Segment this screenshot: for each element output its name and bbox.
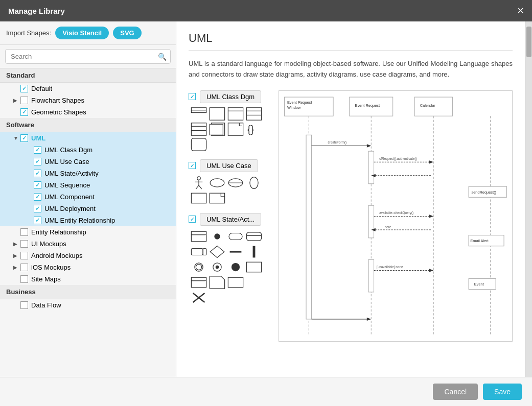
shape-state-15 [227,276,244,289]
checkbox-default[interactable] [20,85,28,92]
checkbox-geometric[interactable] [20,108,28,116]
svg-rect-25 [210,193,224,203]
tree-item-dataflow[interactable]: Data Flow [0,299,176,311]
checkbox-er[interactable] [20,228,28,236]
uml-class-shapes-grid: {} [191,107,270,151]
arrow-uml: ▼ [13,135,20,141]
scrollbar-thumb[interactable] [526,27,531,57]
svg-rect-3 [228,107,243,120]
svg-rect-43 [191,277,206,288]
shapes-column: UML Class Dgm [189,90,270,342]
state-row-1 [191,230,270,243]
arrow-ui-mockups: ▶ [13,241,20,247]
tree-item-ios[interactable]: ▶ iOS Mockups [0,261,176,273]
right-scrollbar[interactable] [525,21,532,377]
svg-text:[unavailable] none: [unavailable] none [377,265,403,269]
import-visio-button[interactable]: Visio Stencil [55,27,109,39]
svg-text:sendRequest(): sendRequest() [471,189,496,194]
search-input[interactable] [5,49,171,64]
checkbox-ui-mockups[interactable] [20,240,28,248]
shape-class-4 [246,107,262,121]
svg-rect-62 [368,205,374,238]
uml-class-section-title: UML Class Dgm [200,90,261,103]
shape-actor [191,176,207,189]
shape-use-case-5 [191,192,207,205]
checkbox-flowchart[interactable] [20,97,28,104]
checkbox-dataflow[interactable] [20,301,28,309]
uml-use-case-section-checkbox[interactable] [189,162,196,169]
svg-rect-5 [246,107,261,120]
content-divider [189,50,513,51]
svg-text:here: here [385,225,391,228]
tree-item-default[interactable]: Default [0,83,176,94]
checkbox-uml[interactable] [20,134,28,142]
shape-class-9 [191,138,207,151]
save-button[interactable]: Save [483,384,522,400]
svg-text:available=checkQuery(): available=checkQuery() [379,211,413,215]
label-dataflow: Data Flow [31,301,61,309]
close-button[interactable]: × [517,5,524,16]
tree-item-uml-state[interactable]: UML State/Activity [0,168,176,179]
tree-item-ui-mockups[interactable]: ▶ UI Mockups [0,238,176,250]
checkbox-uml-class[interactable] [34,146,41,154]
uml-state-section-checkbox[interactable] [189,216,196,223]
checkbox-uml-seq[interactable] [34,181,41,189]
shape-class-5 [191,123,207,136]
import-label: Import Shapes: [6,29,51,37]
svg-text:{}: {} [247,123,255,134]
uml-use-case-section-title: UML Use Case [200,159,258,172]
label-uml-deploy: UML Deployment [44,205,96,212]
tree-area: Standard Default ▶ Flowchart Shapes Geom… [0,68,176,377]
checkbox-sitemaps[interactable] [20,275,28,283]
svg-point-28 [214,233,220,239]
checkbox-uml-deploy[interactable] [34,205,41,212]
label-uml-state: UML State/Activity [44,170,99,177]
tree-item-android[interactable]: ▶ Android Mockups [0,250,176,261]
checkbox-android[interactable] [20,252,28,259]
tree-item-sitemaps[interactable]: Site Maps [0,273,176,285]
tree-item-uml-deploy[interactable]: UML Deployment [0,203,176,214]
tree-item-uml[interactable]: ▼ UML [0,132,176,144]
import-svg-button[interactable]: SVG [113,27,141,39]
checkbox-ios[interactable] [20,264,28,271]
uml-class-section: UML Class Dgm [189,90,270,151]
tree-item-er[interactable]: Entity Relationship [0,226,176,238]
svg-line-18 [196,185,199,188]
shape-class-8: {} [246,123,262,136]
shape-state-12 [246,260,262,274]
svg-line-19 [199,185,202,188]
svg-point-20 [210,178,224,186]
checkbox-uml-er[interactable] [34,217,41,224]
shape-state-8 [246,245,262,258]
modal-footer: Cancel Save [0,377,532,406]
shape-state-13 [191,276,207,289]
tree-item-geometric[interactable]: Geometric Shapes [0,106,176,118]
svg-rect-36 [253,246,256,257]
uml-state-section: UML State/Act... [189,213,270,304]
uml-class-section-header: UML Class Dgm [189,90,270,103]
uml-class-section-checkbox[interactable] [189,93,196,100]
svg-rect-61 [368,151,374,184]
checkbox-uml-use[interactable] [34,158,41,165]
tree-item-uml-use[interactable]: UML Use Case [0,156,176,168]
tree-item-flowchart[interactable]: ▶ Flowchart Shapes [0,94,176,106]
shape-state-10 [209,260,225,274]
shape-use-case-4 [246,176,262,189]
svg-point-41 [232,262,240,271]
tree-item-uml-class[interactable]: UML Class Dgm [0,144,176,156]
label-default: Default [31,85,52,92]
shape-ellipse [209,176,225,189]
shape-class-3 [227,107,244,121]
svg-rect-45 [228,277,243,288]
checkbox-uml-comp[interactable] [34,193,41,201]
arrow-ios: ▶ [13,265,20,270]
tree-item-uml-er[interactable]: UML Entity Relationship [0,214,176,226]
cancel-button[interactable]: Cancel [433,384,478,400]
content-description: UML is a standard language for modeling … [189,59,513,80]
tree-item-uml-comp[interactable]: UML Component [0,191,176,203]
tree-item-uml-seq[interactable]: UML Sequence [0,179,176,191]
svg-rect-29 [229,233,242,240]
label-uml-use: UML Use Case [44,158,89,165]
label-sitemaps: Site Maps [31,275,61,283]
checkbox-uml-state[interactable] [34,170,41,177]
